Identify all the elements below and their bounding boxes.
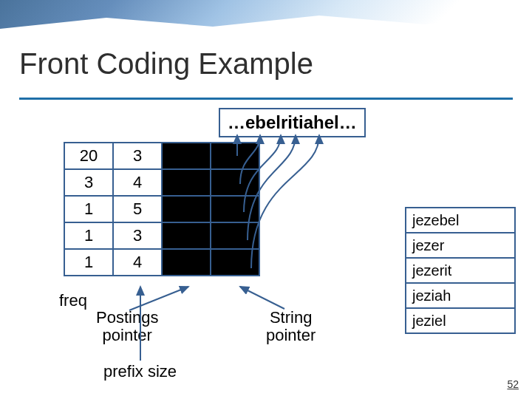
- decorative-wave: [0, 0, 532, 44]
- freq-cell: 20: [64, 143, 113, 169]
- freq-cell: 1: [64, 196, 113, 222]
- page-number: 52: [507, 378, 519, 390]
- freq-label: freq: [59, 291, 87, 310]
- slide: { "title": "Front Coding Example", "enco…: [0, 0, 532, 399]
- prefix-cell: 5: [113, 196, 162, 222]
- table-row: 1 4: [64, 249, 259, 276]
- freq-cell: 3: [64, 169, 113, 196]
- slide-title: Front Coding Example: [19, 47, 313, 81]
- table-row: 20 3: [64, 143, 259, 169]
- word-cell: jezer: [406, 233, 515, 258]
- prefix-cell: 3: [113, 143, 162, 169]
- word-list: jezebel jezer jezerit jeziah jeziel: [405, 207, 516, 334]
- string-ptr-cell: [211, 249, 259, 276]
- freq-cell: 1: [64, 222, 113, 249]
- prefix-cell: 4: [113, 169, 162, 196]
- word-cell: jezerit: [406, 258, 515, 283]
- word-cell: jezebel: [406, 208, 515, 233]
- word-cell: jeziah: [406, 283, 515, 308]
- table-row: 1 3: [64, 222, 259, 249]
- word-cell: jeziel: [406, 308, 515, 333]
- postings-cell: [162, 222, 211, 249]
- string-ptr-cell: [211, 143, 259, 169]
- table-row: 3 4: [64, 169, 259, 196]
- postings-cell: [162, 196, 211, 222]
- string-ptr-cell: [211, 169, 259, 196]
- postings-cell: [162, 249, 211, 276]
- postings-cell: [162, 169, 211, 196]
- label-line: String: [270, 308, 312, 327]
- label-line: Postings: [96, 308, 158, 327]
- label-line: pointer: [266, 326, 316, 344]
- postings-pointer-label: Postings pointer: [96, 309, 158, 344]
- string-ptr-cell: [211, 222, 259, 249]
- encoded-string-box: …ebelritiahel…: [219, 108, 366, 137]
- encoding-table: 20 3 3 4 1 5 1 3 1 4: [64, 142, 260, 276]
- table-row: 1 5: [64, 196, 259, 222]
- prefix-cell: 3: [113, 222, 162, 249]
- postings-cell: [162, 143, 211, 169]
- string-pointer-label: String pointer: [266, 309, 316, 344]
- string-ptr-cell: [211, 196, 259, 222]
- label-line: pointer: [103, 326, 152, 344]
- prefix-cell: 4: [113, 249, 162, 276]
- prefix-size-label: prefix size: [103, 362, 177, 381]
- title-underline: [19, 98, 513, 100]
- freq-cell: 1: [64, 249, 113, 276]
